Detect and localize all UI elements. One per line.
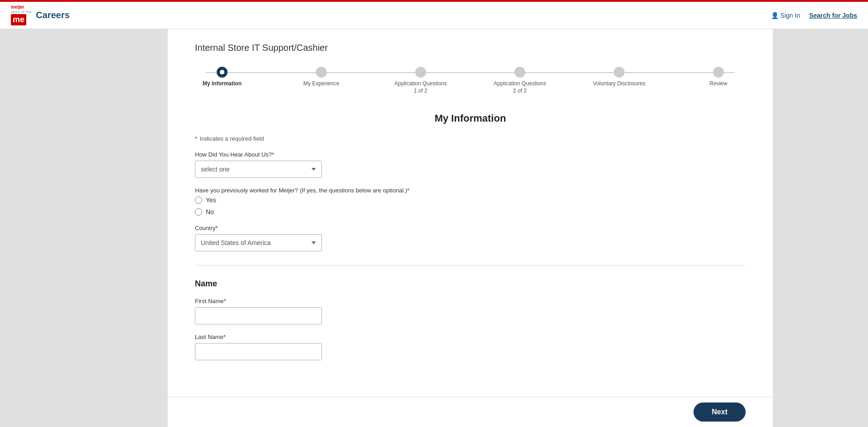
hear-about-us-label-text: How Did You Hear About Us? <box>195 151 272 158</box>
sign-in-label: Sign In <box>781 12 800 19</box>
first-name-required: * <box>224 298 226 304</box>
search-jobs-button[interactable]: Search for Jobs <box>809 12 857 19</box>
logo-me-text: me <box>11 14 26 25</box>
job-title: Internal Store IT Support/Cashier <box>195 43 746 53</box>
step-app-q1: Application Questions 1 of 2 <box>393 67 448 94</box>
next-button[interactable]: Next <box>693 402 746 422</box>
radio-no-label[interactable]: No <box>195 208 746 216</box>
sign-in-link[interactable]: 👤 Sign In <box>771 12 800 19</box>
previously-worked-required: * <box>407 187 409 194</box>
header: meijer store of me me Careers 👤 Sign In … <box>0 2 868 29</box>
footer-bar: Next <box>168 397 773 427</box>
header-left: meijer store of me me Careers <box>11 5 70 25</box>
radio-yes[interactable] <box>195 196 202 204</box>
previously-worked-group: Have you previously worked for Meijer? (… <box>195 187 746 216</box>
required-note: * Indicates a required field <box>195 135 746 142</box>
step-my-experience: My Experience <box>294 67 349 88</box>
logo-wrapper: meijer store of me me <box>11 5 31 25</box>
first-name-input[interactable] <box>195 307 322 324</box>
logo: meijer store of me me <box>11 5 31 25</box>
name-section-title: Name <box>195 279 746 289</box>
required-star: * <box>195 135 197 142</box>
step-label-1: My Information <box>203 80 242 88</box>
step-my-information: My Information <box>195 67 249 88</box>
page-wrapper: Internal Store IT Support/Cashier My Inf… <box>0 29 868 427</box>
last-name-group: Last Name* <box>195 334 746 360</box>
hear-about-us-label: How Did You Hear About Us?* <box>195 151 746 158</box>
name-section: Name First Name* Last Name* <box>195 279 746 360</box>
step-review: Review <box>691 67 746 88</box>
sidebar-left <box>0 29 168 427</box>
country-select[interactable]: United States of America Canada Other <box>195 234 322 251</box>
step-circle-5 <box>614 67 625 78</box>
previously-worked-label: Have you previously worked for Meijer? (… <box>195 187 746 194</box>
hear-about-us-group: How Did You Hear About Us?* select one I… <box>195 151 746 178</box>
last-name-required: * <box>223 334 226 340</box>
last-name-input[interactable] <box>195 343 322 360</box>
sidebar-right <box>773 29 868 427</box>
step-label-6: Review <box>709 80 727 88</box>
step-circle-6 <box>713 67 724 78</box>
country-group: Country* United States of America Canada… <box>195 225 746 251</box>
step-circle-4 <box>514 67 525 78</box>
hear-about-us-required: * <box>272 151 274 158</box>
step-label-3: Application Questions 1 of 2 <box>393 80 448 94</box>
radio-no-text: No <box>206 208 214 216</box>
step-circle-1 <box>217 67 228 78</box>
section-divider <box>195 265 746 265</box>
country-required: * <box>216 225 218 231</box>
progress-steps: My Information My Experience Application… <box>195 67 746 94</box>
radio-yes-text: Yes <box>206 196 216 204</box>
radio-no[interactable] <box>195 208 202 216</box>
user-icon: 👤 <box>771 12 779 19</box>
progress-line <box>206 72 735 73</box>
header-right: 👤 Sign In Search for Jobs <box>771 12 857 19</box>
step-label-2: My Experience <box>303 80 339 88</box>
first-name-label-text: First Name <box>195 298 224 304</box>
main-content: Internal Store IT Support/Cashier My Inf… <box>168 29 773 427</box>
first-name-group: First Name* <box>195 298 746 324</box>
logo-sub-text: store of me <box>11 10 31 14</box>
country-label-text: Country <box>195 225 216 231</box>
first-name-label: First Name* <box>195 298 746 304</box>
country-label: Country* <box>195 225 746 231</box>
hear-about-us-select[interactable]: select one Indeed LinkedIn Company Websi… <box>195 161 322 178</box>
step-circle-3 <box>415 67 426 78</box>
last-name-label-text: Last Name <box>195 334 223 340</box>
previously-worked-radio-group: Yes No <box>195 196 746 216</box>
step-label-4: Application Questions 2 of 2 <box>493 80 547 94</box>
last-name-label: Last Name* <box>195 334 746 340</box>
step-label-5: Voluntary Disclosures <box>593 80 645 88</box>
careers-heading: Careers <box>36 10 70 20</box>
section-title: My Information <box>195 113 746 124</box>
logo-meijer-text: meijer <box>11 5 24 10</box>
previously-worked-label-text: Have you previously worked for Meijer? (… <box>195 187 407 194</box>
step-app-q2: Application Questions 2 of 2 <box>493 67 547 94</box>
step-circle-2 <box>316 67 327 78</box>
step-voluntary: Voluntary Disclosures <box>592 67 646 88</box>
required-note-text: Indicates a required field <box>200 135 264 142</box>
radio-yes-label[interactable]: Yes <box>195 196 746 204</box>
